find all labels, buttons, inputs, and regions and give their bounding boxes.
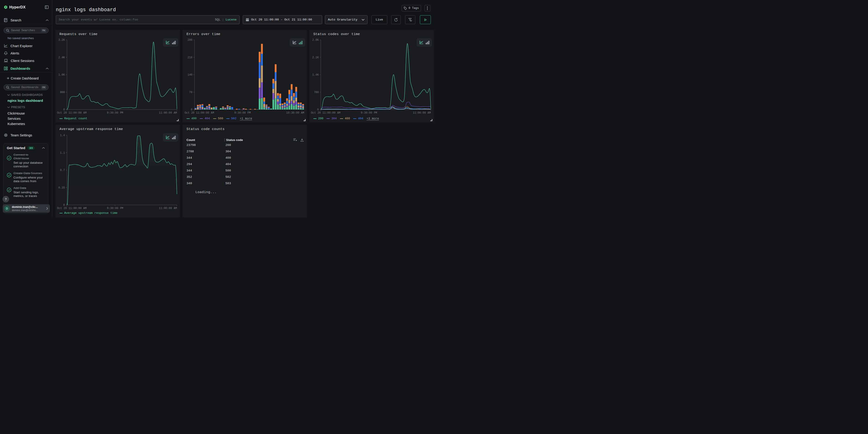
svg-text:9:30:00 PM: 9:30:00 PM [361, 111, 377, 115]
svg-text:210: 210 [187, 56, 192, 59]
svg-text:70: 70 [189, 91, 192, 94]
svg-text:Oct 20 11:00:00 AM: Oct 20 11:00:00 AM [311, 111, 341, 115]
svg-text:0: 0 [63, 204, 65, 207]
svg-text:2.4K: 2.4K [58, 56, 65, 59]
svg-text:3.2K: 3.2K [58, 38, 65, 42]
svg-text:140: 140 [187, 73, 192, 76]
svg-text:Oct 20 11:00:00 AM: Oct 20 11:00:00 AM [185, 111, 214, 115]
svg-text:0: 0 [63, 108, 65, 111]
svg-text:1.6K: 1.6K [58, 73, 65, 76]
svg-text:1.4: 1.4 [60, 134, 65, 137]
svg-text:800: 800 [60, 91, 65, 94]
svg-text:11:00:00 AM: 11:00:00 AM [413, 111, 431, 115]
svg-text:9:30:00 PM: 9:30:00 PM [107, 207, 123, 210]
svg-text:0: 0 [191, 108, 192, 111]
svg-text:Oct 20 11:00:00 AM: Oct 20 11:00:00 AM [57, 207, 87, 210]
svg-text:0.7: 0.7 [60, 169, 65, 172]
svg-text:1.4K: 1.4K [312, 73, 319, 76]
svg-text:9:30:00 PM: 9:30:00 PM [107, 111, 123, 115]
svg-text:11:00:00 AM: 11:00:00 AM [159, 207, 177, 210]
svg-text:2.8K: 2.8K [312, 38, 319, 42]
svg-text:280: 280 [187, 38, 192, 42]
svg-text:9:30:00 PM: 9:30:00 PM [234, 111, 251, 115]
svg-text:1.1: 1.1 [60, 151, 65, 155]
svg-text:700: 700 [314, 91, 319, 94]
svg-text:2.1K: 2.1K [312, 56, 319, 59]
svg-text:0.35: 0.35 [58, 186, 65, 189]
svg-text:0: 0 [317, 108, 319, 111]
svg-text:11:00:00 AM: 11:00:00 AM [159, 111, 177, 115]
svg-text:Oct 20 11:00:00 AM: Oct 20 11:00:00 AM [57, 111, 87, 115]
svg-text:10:30:00 AM: 10:30:00 AM [286, 111, 304, 115]
